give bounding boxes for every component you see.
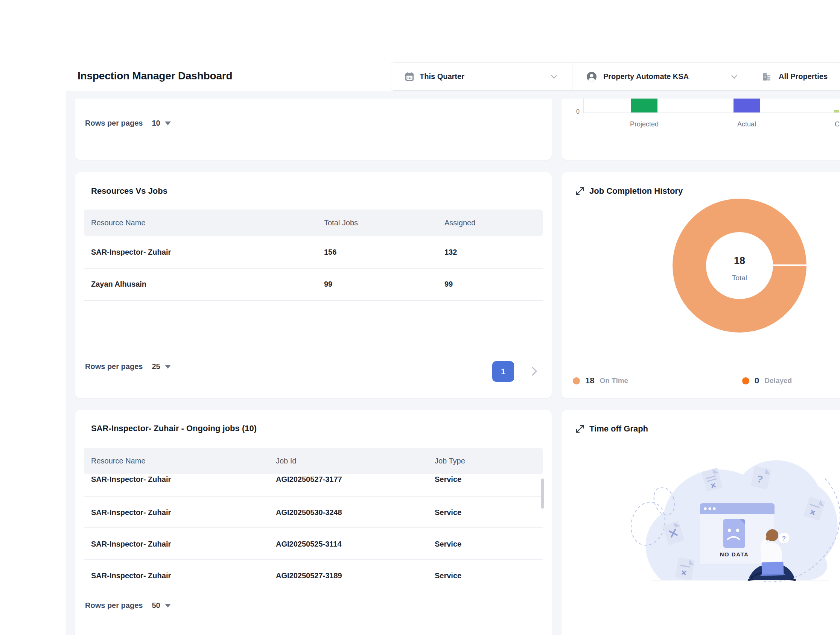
rows-per-page-control[interactable]: Rows per pages 10	[85, 117, 171, 129]
chart-y-axis	[583, 99, 584, 113]
bar-label-clipped: C	[835, 120, 840, 128]
resources-vs-jobs-card: Resources Vs Jobs Resource Name Total Jo…	[75, 172, 552, 398]
expand-icon[interactable]	[575, 424, 585, 434]
pagination-next-icon[interactable]	[529, 366, 540, 377]
job-type-cell: Service	[435, 507, 461, 518]
expand-icon[interactable]	[575, 186, 585, 196]
caret-down-icon	[165, 604, 171, 608]
no-data-label: NO DATA	[720, 551, 749, 558]
rows-per-page-value: 25	[152, 362, 160, 371]
jobs-bar-chart-card: 0 Projected Actual C	[562, 99, 840, 160]
table-scrollbar-thumb[interactable]	[541, 479, 544, 509]
bar-actual	[734, 99, 760, 112]
user-icon	[587, 72, 597, 82]
table-header-row: Resource Name Total Jobs Assigned	[84, 210, 543, 236]
card-title: Job Completion History	[589, 186, 683, 196]
legend-value: 0	[755, 376, 759, 386]
resource-name-cell: SAR-Inspector- Zuhair	[91, 507, 171, 518]
on-time-dot-icon	[573, 377, 580, 384]
column-header: Resource Name	[91, 447, 146, 474]
job-id-cell: AGI20250525-3114	[276, 539, 342, 549]
legend-item-on-time: 18 On Time	[573, 375, 628, 386]
row-divider	[84, 268, 543, 269]
donut-total-label: Total	[673, 274, 807, 282]
upper-table-card: Rows per pages 10	[75, 99, 552, 160]
resource-name-cell: SAR-Inspector- Zuhair	[91, 247, 171, 257]
filterbar-divider	[572, 63, 572, 90]
resource-name-cell: Zayan Alhusain	[91, 279, 147, 289]
calendar-icon	[404, 72, 414, 82]
assigned-cell: 99	[444, 279, 453, 289]
resource-name-cell: SAR-Inspector- Zuhair	[91, 474, 171, 485]
legend-item-delayed: 0 Delayed	[742, 375, 792, 386]
bar-label-projected: Projected	[618, 120, 671, 128]
rows-per-page-label: Rows per pages	[85, 119, 143, 128]
job-type-cell: Service	[435, 539, 461, 549]
rows-per-page-label: Rows per pages	[85, 362, 143, 371]
chart-x-axis	[583, 112, 840, 113]
column-header: Total Jobs	[324, 210, 358, 236]
rows-per-page-control[interactable]: Rows per pages 25	[85, 361, 171, 372]
donut-total-value: 18	[673, 255, 807, 267]
delayed-dot-icon	[742, 377, 749, 384]
dashboard-root: Inspection Manager Dashboard This Quarte…	[0, 0, 840, 635]
row-divider	[84, 496, 543, 496]
caret-down-icon	[165, 121, 171, 125]
rows-per-page-value: 10	[152, 119, 160, 128]
total-jobs-cell: 99	[324, 279, 332, 289]
page-title: Inspection Manager Dashboard	[77, 70, 232, 82]
rows-per-page-label: Rows per pages	[85, 601, 143, 610]
job-id-cell: AGI20250527-3189	[276, 570, 342, 581]
period-dropdown-label: This Quarter	[420, 63, 464, 90]
total-jobs-cell: 156	[324, 247, 336, 257]
resource-name-cell: SAR-Inspector- Zuhair	[91, 570, 171, 581]
legend-value: 18	[585, 376, 594, 386]
job-type-cell: Service	[435, 474, 461, 485]
column-header: Job Id	[276, 447, 296, 474]
legend-label: On Time	[600, 377, 628, 385]
buildings-icon	[762, 72, 772, 82]
column-header: Assigned	[444, 210, 475, 236]
row-divider	[84, 559, 543, 560]
bar-projected	[631, 99, 657, 112]
assigned-cell: 132	[444, 247, 457, 257]
card-title: SAR-Inspector- Zuhair - Ongoing jobs (10…	[91, 424, 257, 433]
property-selector-label: All Properties	[778, 63, 827, 90]
account-dropdown-label: Property Automate KSA	[603, 63, 689, 90]
chevron-down-icon	[551, 74, 557, 79]
y-axis-tick: 0	[568, 108, 579, 115]
bar-label-actual: Actual	[720, 120, 773, 128]
question-bubble: ?	[778, 532, 789, 544]
ongoing-jobs-card: SAR-Inspector- Zuhair - Ongoing jobs (10…	[75, 410, 552, 635]
no-data-illustration: ?	[584, 444, 840, 598]
chevron-down-icon	[731, 74, 737, 79]
caret-down-icon	[165, 365, 171, 369]
job-id-cell: AGI20250527-3177	[276, 474, 342, 485]
time-off-graph-card: Time off Graph	[562, 410, 840, 635]
card-title: Time off Graph	[589, 424, 648, 434]
card-title: Resources Vs Jobs	[91, 186, 167, 196]
resource-name-cell: SAR-Inspector- Zuhair	[91, 539, 171, 549]
pagination-page-1-button[interactable]: 1	[492, 361, 514, 382]
column-header: Job Type	[435, 447, 465, 474]
rows-per-page-control[interactable]: Rows per pages 50	[85, 600, 171, 611]
job-id-cell: AGI20250530-3248	[276, 507, 342, 518]
rows-per-page-value: 50	[152, 601, 160, 610]
sad-document-icon	[723, 519, 745, 548]
row-divider	[84, 528, 543, 528]
filterbar-divider	[748, 63, 748, 90]
legend-label: Delayed	[764, 377, 792, 385]
filter-bar: This Quarter Property Automate KSA	[391, 63, 840, 91]
table-header-row: Resource Name Job Id Job Type	[84, 447, 543, 474]
bar-clipped	[834, 110, 839, 112]
job-type-cell: Service	[435, 570, 461, 581]
row-divider	[84, 300, 543, 301]
svg-text:?: ?	[782, 535, 786, 542]
column-header: Resource Name	[91, 210, 146, 236]
